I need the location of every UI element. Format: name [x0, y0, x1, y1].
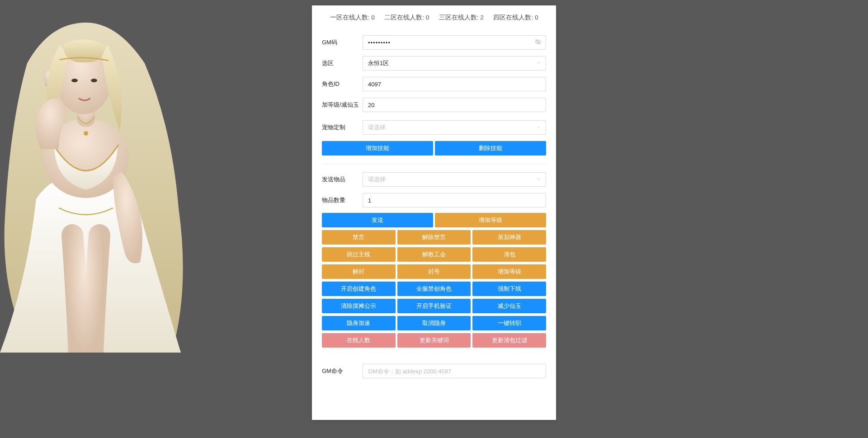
skip-main-button[interactable]: 跳过主线: [322, 247, 396, 262]
zone3-label: 三区在线人数:: [439, 14, 479, 21]
eye-invisible-icon[interactable]: [535, 39, 541, 47]
divider: [322, 164, 546, 164]
send-item-select[interactable]: 请选择: [363, 172, 546, 187]
force-offline-button[interactable]: 强制下线: [472, 282, 546, 296]
gm-code-label: GM码: [322, 38, 363, 47]
item-qty-label: 物品数量: [322, 196, 363, 204]
gm-admin-panel: 一区在线人数: 0 二区在线人数: 0 三区在线人数: 2 四区在线人数: 0 …: [312, 5, 556, 420]
add-skill-button[interactable]: 增加技能: [322, 141, 433, 155]
disable-create-role-button[interactable]: 全服禁创角色: [397, 282, 471, 296]
clear-bag-button[interactable]: 清包: [472, 247, 546, 262]
role-id-label: 角色ID: [322, 80, 363, 88]
zone4-value: 0: [535, 14, 538, 21]
pet-custom-select[interactable]: 请选择: [363, 120, 546, 135]
gm-code-input[interactable]: [363, 35, 546, 50]
level-jade-label: 加等级/减仙玉: [322, 101, 363, 109]
zone-select-label: 选区: [322, 59, 363, 67]
chevron-down-icon: [536, 125, 541, 130]
onekey-jobchange-button[interactable]: 一键转职: [472, 316, 546, 330]
add-level-button[interactable]: 增加等级: [472, 264, 546, 279]
update-clearbag-filter-button[interactable]: 更新清包过滤: [472, 333, 546, 348]
zone-select[interactable]: 永恒1区: [363, 56, 546, 71]
unban-button[interactable]: 解封: [322, 264, 396, 279]
zone1-value: 0: [371, 14, 375, 21]
add-level-top-button[interactable]: 增加等级: [435, 213, 546, 227]
gm-cmd-input[interactable]: [363, 364, 546, 378]
online-count-button[interactable]: 在线人数: [322, 333, 396, 348]
zone3-value: 2: [480, 14, 484, 21]
level-jade-input[interactable]: [363, 98, 546, 112]
chevron-down-icon: [536, 61, 541, 66]
send-item-placeholder: 请选择: [368, 175, 386, 184]
delete-skill-button[interactable]: 删除技能: [435, 141, 546, 155]
role-id-input[interactable]: [363, 77, 546, 91]
gm-cmd-label: GM命令: [322, 367, 363, 375]
chevron-down-icon: [536, 177, 541, 182]
mute-button[interactable]: 禁言: [322, 230, 396, 245]
update-keywords-button[interactable]: 更新关键词: [397, 333, 471, 348]
disband-guild-button[interactable]: 解散工会: [397, 247, 471, 262]
ban-button[interactable]: 封号: [397, 264, 471, 279]
online-status-bar: 一区在线人数: 0 二区在线人数: 0 三区在线人数: 2 四区在线人数: 0: [312, 5, 556, 30]
zone2-label: 二区在线人数:: [384, 14, 424, 21]
pet-custom-placeholder: 请选择: [368, 123, 386, 132]
designer-artifact-button[interactable]: 策划神器: [472, 230, 546, 245]
stealth-speed-button[interactable]: 隐身加速: [322, 316, 396, 330]
zone1-label: 一区在线人数:: [330, 14, 370, 21]
cancel-stealth-button[interactable]: 取消隐身: [397, 316, 471, 330]
enable-phone-verify-button[interactable]: 开启手机验证: [397, 299, 471, 313]
unmute-button[interactable]: 解除禁言: [397, 230, 471, 245]
send-button[interactable]: 发送: [322, 213, 433, 227]
zone-select-value: 永恒1区: [368, 59, 389, 67]
enable-create-role-button[interactable]: 开启创建角色: [322, 282, 396, 296]
zone2-value: 0: [426, 14, 429, 21]
pet-custom-label: 宠物定制: [322, 123, 363, 132]
item-qty-input[interactable]: [363, 193, 546, 207]
clear-stall-notice-button[interactable]: 清除摆摊公示: [322, 299, 396, 313]
send-item-label: 发送物品: [322, 175, 363, 184]
zone4-label: 四区在线人数:: [493, 14, 533, 21]
reduce-jade-button[interactable]: 减少仙玉: [472, 299, 546, 313]
